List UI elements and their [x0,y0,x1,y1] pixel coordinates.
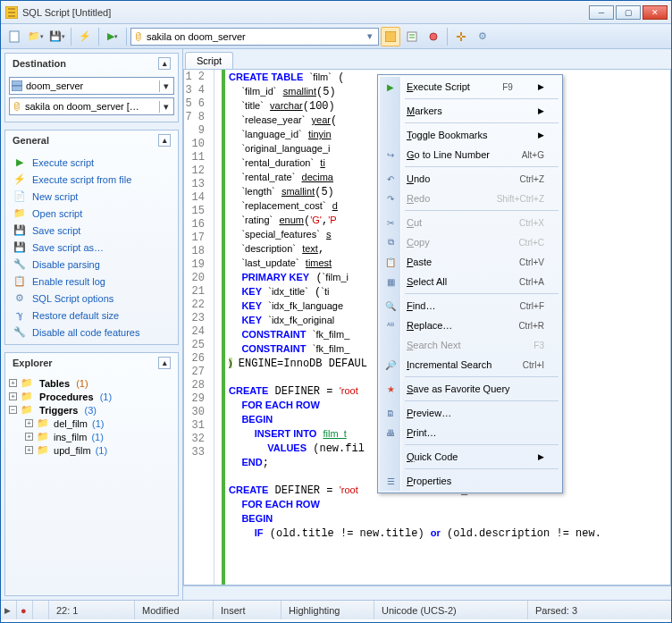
status-position: 22: 1 [49,601,135,619]
maximize-button[interactable]: ▢ [616,5,641,20]
general-link[interactable]: 📋Enable result log [9,273,174,290]
menu-item[interactable]: 📋PasteCtrl+V [380,252,560,272]
menu-item[interactable]: 🔍Find…Ctrl+F [380,296,560,316]
menu-item: ✂CutCtrl+X [380,213,560,232]
tree-trigger-item[interactable]: +📁 ins_film (1) [9,430,174,443]
option-a-button[interactable] [381,27,400,46]
collapse-icon[interactable]: ▴ [158,357,171,369]
app-icon [4,5,19,20]
save-icon: 💾 [49,30,62,42]
tree-procedures[interactable]: +📁 Procedures (1) [9,390,174,403]
option-c-button[interactable] [424,27,443,46]
general-link[interactable]: ▶Execute script [9,154,174,171]
general-link[interactable]: 🔧Disable all code features [9,324,174,341]
menu-item[interactable]: Markers▶ [380,101,560,121]
general-link[interactable]: 📁Open script [9,205,174,222]
status-bar: ▶ ● 22: 1 Modified Insert Highlighting U… [1,600,671,619]
gear-icon: ⚙ [478,30,487,42]
server-combo[interactable]: doom_server ▾ [9,77,174,95]
menu-item[interactable]: ☰Properties [380,471,560,491]
svg-point-4 [430,33,437,40]
svg-rect-2 [385,31,396,42]
tree-trigger-item[interactable]: +📁 del_film (1) [9,417,174,430]
menu-item[interactable]: 🗎Preview… [380,403,560,423]
connection-combo[interactable]: 🛢 sakila on doom_server ▾ [130,28,379,46]
play-icon: ▶ [107,30,114,42]
server-icon [12,80,22,91]
save-button[interactable]: 💾▾ [47,27,67,46]
option-d-button[interactable] [451,27,471,46]
tree-trigger-item[interactable]: +📁 upd_film (1) [9,443,174,457]
svg-rect-5 [12,80,22,86]
horizontal-scrollbar[interactable] [183,585,671,600]
folder-open-icon: 📁 [28,30,40,42]
menu-item[interactable]: Toggle Bookmarks▶ [380,125,560,145]
menu-item[interactable]: ★Save as Favorite Query [380,379,560,399]
general-link[interactable]: 💾Save script as… [9,239,174,256]
status-encoding: Unicode (UCS-2) [374,601,528,619]
status-parsed: Parsed: 3 [528,601,671,619]
context-menu: ▶Execute ScriptF9▶Markers▶Toggle Bookmar… [377,74,563,493]
menu-item[interactable]: ▦Select AllCtrl+A [380,272,560,291]
connection-label: sakila on doom_server [147,31,246,42]
tree-triggers[interactable]: −📁 Triggers (3) [9,403,174,417]
database-icon: 🛢 [12,101,21,112]
general-link[interactable]: ⚙SQL Script options [9,290,174,307]
svg-rect-3 [407,32,416,41]
main-toolbar: 📁▾ 💾▾ ⚡ ▶▾ 🛢 sakila on doom_server ▾ ⚙ [1,24,671,49]
status-insert-mode: Insert [214,601,281,619]
menu-item[interactable]: ↶UndoCtrl+Z [380,169,560,189]
execute-bolt-button[interactable]: ⚡ [75,27,95,46]
menu-item[interactable]: 🖶Print… [380,423,560,442]
menu-item: ↷RedoShift+Ctrl+Z [380,189,560,208]
explorer-title: Explorer [13,358,53,368]
general-link[interactable]: ℽRestore default size [9,307,174,324]
menu-item[interactable]: Quick Code▶ [380,447,560,467]
line-gutter: 1 2 3 4 5 6 7 8 9 10 11 12 13 14 15 16 1… [184,70,214,585]
menu-item[interactable]: ᴬᴮReplace…Ctrl+R [380,316,560,335]
database-combo[interactable]: 🛢 sakila on doom_server [… ▾ [9,97,174,115]
collapse-icon[interactable]: ▴ [158,57,171,70]
svg-rect-1 [10,31,19,42]
record-status-icon[interactable]: ● [21,605,27,616]
open-button[interactable]: 📁▾ [26,27,46,46]
general-link[interactable]: 💾Save script [9,222,174,239]
fold-gutter [214,70,225,585]
dropdown-icon: ▾ [364,30,376,42]
status-highlighting: Highlighting [281,601,374,619]
window-title: SQL Script [Untitled] [22,7,589,18]
options-button[interactable]: ⚙ [473,27,492,46]
new-button[interactable] [4,27,24,46]
title-bar: SQL Script [Untitled] ─ ▢ ✕ [1,1,671,24]
sidebar: Destination▴ doom_server ▾ 🛢 sakila on d… [1,49,183,600]
menu-item: Search NextF3 [380,335,560,355]
editor-area: Script 1 2 3 4 5 6 7 8 9 10 11 12 13 14 … [183,49,671,600]
general-title: General [13,135,49,146]
play-status-icon[interactable]: ▶ [4,606,11,615]
menu-item[interactable]: 🔎Incremental SearchCtrl+I [380,355,560,375]
option-b-button[interactable] [402,27,422,46]
tab-script[interactable]: Script [185,52,233,69]
database-icon: 🛢 [133,31,143,42]
code-editor[interactable]: 1 2 3 4 5 6 7 8 9 10 11 12 13 14 15 16 1… [183,69,671,585]
collapse-icon[interactable]: ▴ [158,134,171,147]
svg-rect-6 [12,86,22,91]
general-link[interactable]: 🔧Disable parsing [9,256,174,273]
tree-tables[interactable]: +📁 Tables (1) [9,376,174,390]
general-link[interactable]: ⚡Execute script from file [9,171,174,188]
menu-item[interactable]: ↪Go to Line NumberAlt+G [380,145,560,164]
menu-item[interactable]: ▶Execute ScriptF9▶ [380,77,560,97]
close-button[interactable]: ✕ [643,5,668,20]
general-link[interactable]: 📄New script [9,188,174,205]
execute-button[interactable]: ▶▾ [103,27,122,46]
bolt-icon: ⚡ [79,30,91,42]
minimize-button[interactable]: ─ [589,5,614,20]
destination-title: Destination [13,58,66,69]
menu-item: ⧉CopyCtrl+C [380,232,560,252]
status-modified: Modified [135,601,214,619]
